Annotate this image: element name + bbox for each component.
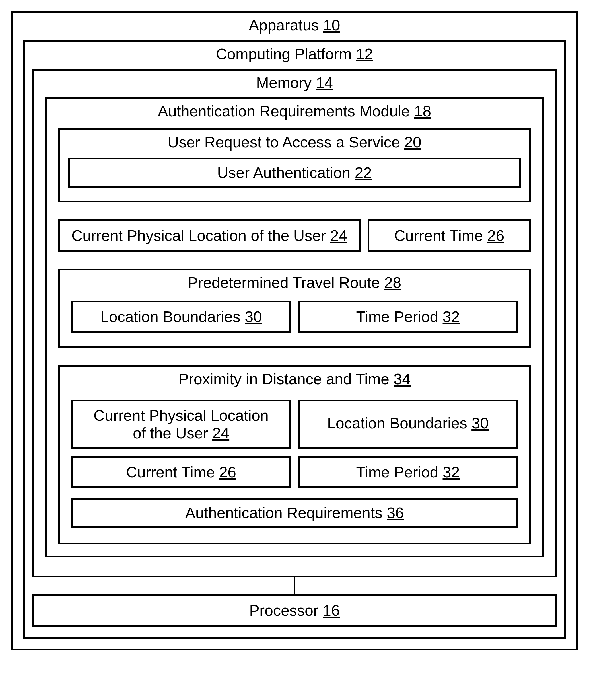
current-location-box-2: Current Physical Location of the User 24	[71, 400, 291, 449]
location-boundaries-title-2: Location Boundaries 30	[300, 401, 516, 445]
computing-platform-box: Computing Platform 12 Memory 14 Authenti…	[23, 40, 566, 639]
user-request-num: 20	[404, 134, 421, 151]
current-location-num: 24	[330, 227, 348, 244]
current-location-label-2b: of the User	[133, 424, 208, 442]
current-time-num-2: 26	[219, 464, 236, 481]
memory-box: Memory 14 Authentication Requirements Mo…	[32, 69, 557, 577]
location-boundaries-label-2: Location Boundaries	[327, 414, 467, 431]
time-period-num-2: 32	[443, 464, 460, 481]
row-curtime-period: Current Time 26 Time Period 32	[71, 456, 518, 488]
computing-platform-title: Computing Platform 12	[32, 42, 557, 67]
location-boundaries-label: Location Boundaries	[101, 308, 240, 325]
travel-route-label: Predetermined Travel Route	[188, 274, 380, 291]
apparatus-label: Apparatus	[249, 16, 319, 34]
time-period-label-2: Time Period	[356, 464, 438, 481]
proximity-label: Proximity in Distance and Time	[178, 370, 389, 387]
auth-requirements-module-title: Authentication Requirements Module 18	[58, 99, 531, 124]
current-time-label: Current Time	[394, 227, 483, 244]
location-boundaries-box: Location Boundaries 30	[71, 301, 291, 333]
processor-label: Processor	[249, 602, 319, 619]
time-period-title-2: Time Period 32	[300, 458, 516, 487]
user-authentication-box: User Authentication 22	[68, 158, 521, 188]
apparatus-box: Apparatus 10 Computing Platform 12 Memor…	[11, 11, 578, 651]
time-period-box-2: Time Period 32	[298, 456, 518, 488]
current-time-title-2: Current Time 26	[73, 458, 289, 487]
auth-requirements-module-num: 18	[414, 103, 431, 120]
current-location-title: Current Physical Location of the User 24	[60, 221, 359, 250]
current-location-label: Current Physical Location of the User	[71, 227, 326, 244]
row-curloc-locbounds: Current Physical Location of the User 24…	[71, 400, 518, 449]
user-request-box: User Request to Access a Service 20 User…	[58, 128, 531, 202]
current-location-title-2: Current Physical Location of the User 24	[73, 401, 289, 447]
processor-title: Processor 16	[34, 596, 555, 625]
authentication-requirements-label: Authentication Requirements	[185, 504, 382, 521]
location-boundaries-title: Location Boundaries 30	[73, 302, 289, 331]
memory-label: Memory	[256, 74, 312, 91]
time-period-title: Time Period 32	[300, 302, 516, 331]
location-boundaries-num-2: 30	[471, 414, 488, 431]
user-request-title: User Request to Access a Service 20	[68, 130, 521, 155]
memory-num: 14	[316, 74, 333, 91]
time-period-label: Time Period	[356, 308, 438, 325]
processor-box: Processor 16	[32, 594, 557, 627]
travel-route-title: Predetermined Travel Route 28	[71, 271, 518, 296]
computing-platform-label: Computing Platform	[216, 45, 352, 62]
memory-title: Memory 14	[45, 70, 544, 96]
user-authentication-label: User Authentication	[217, 164, 350, 181]
current-location-box: Current Physical Location of the User 24	[58, 219, 361, 252]
row-bounds-period: Location Boundaries 30 Time Period 32	[71, 301, 518, 333]
authentication-requirements-title: Authentication Requirements 36	[73, 500, 516, 526]
memory-to-processor-connector	[293, 577, 296, 594]
proximity-box: Proximity in Distance and Time 34 Curren…	[58, 365, 531, 544]
auth-requirements-module-box: Authentication Requirements Module 18 Us…	[45, 98, 544, 557]
current-time-box-2: Current Time 26	[71, 456, 291, 488]
computing-platform-num: 12	[356, 45, 373, 62]
current-location-label-2a: Current Physical Location	[93, 407, 268, 424]
travel-route-num: 28	[384, 274, 401, 291]
current-location-num-2: 24	[212, 424, 229, 442]
time-period-box: Time Period 32	[298, 301, 518, 333]
authentication-requirements-box: Authentication Requirements 36	[71, 498, 518, 528]
current-time-title: Current Time 26	[369, 221, 529, 250]
current-time-box: Current Time 26	[368, 219, 531, 252]
row-location-time: Current Physical Location of the User 24…	[58, 219, 531, 252]
location-boundaries-num: 30	[245, 308, 262, 325]
proximity-num: 34	[394, 370, 411, 387]
processor-num: 16	[323, 602, 340, 619]
current-time-num: 26	[487, 227, 504, 244]
user-request-label: User Request to Access a Service	[168, 134, 400, 151]
user-authentication-title: User Authentication 22	[70, 159, 519, 186]
location-boundaries-box-2: Location Boundaries 30	[298, 400, 518, 449]
apparatus-title: Apparatus 10	[23, 13, 566, 38]
time-period-num: 32	[443, 308, 460, 325]
apparatus-num: 10	[323, 16, 340, 34]
authentication-requirements-num: 36	[387, 504, 404, 521]
auth-requirements-module-label: Authentication Requirements Module	[158, 103, 410, 120]
proximity-title: Proximity in Distance and Time 34	[71, 367, 518, 392]
user-authentication-num: 22	[355, 164, 372, 181]
travel-route-box: Predetermined Travel Route 28 Location B…	[58, 269, 531, 348]
current-time-label-2: Current Time	[126, 464, 215, 481]
